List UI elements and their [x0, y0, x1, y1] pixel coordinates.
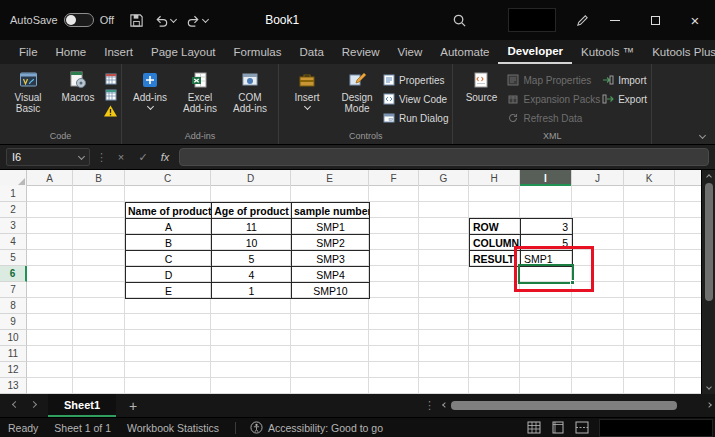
cell-h4-column-label[interactable]: COLUMN [470, 235, 521, 251]
cell-i4-column-value[interactable]: 5 [521, 235, 573, 251]
sheet-bar-menu[interactable]: ⋮ [416, 399, 443, 412]
formula-bar-grip[interactable]: ⋮ [96, 151, 107, 164]
cell-e5[interactable]: SMP3 [292, 251, 370, 267]
tab-home[interactable]: Home [47, 40, 96, 64]
tab-formulas[interactable]: Formulas [225, 40, 291, 64]
row-header-8[interactable]: 8 [0, 298, 27, 314]
row-header-9[interactable]: 9 [0, 314, 27, 330]
save-button[interactable] [124, 7, 149, 33]
workbook-statistics-button[interactable]: Workbook Statistics [127, 422, 219, 434]
com-addins-button[interactable]: COM Add-ins [226, 68, 274, 117]
cell-i3-row-value[interactable]: 3 [521, 219, 573, 235]
cell-e7[interactable]: SMP10 [292, 283, 370, 299]
tab-page-layout[interactable]: Page Layout [142, 40, 225, 64]
select-all-corner[interactable] [0, 170, 27, 186]
undo-button[interactable] [149, 7, 181, 33]
selected-cell-i6[interactable] [518, 264, 574, 284]
insert-function-button[interactable]: fx [157, 151, 173, 163]
confirm-entry-button[interactable]: ✓ [135, 151, 151, 164]
tab-automate[interactable]: Automate [431, 40, 498, 64]
cell-c7[interactable]: E [126, 283, 212, 299]
column-header-i-selected[interactable]: I [520, 170, 572, 186]
scroll-up-arrow[interactable] [706, 174, 712, 180]
redo-button[interactable] [181, 7, 213, 33]
name-box[interactable]: I6 [6, 148, 90, 166]
column-header-h[interactable]: H [469, 170, 520, 186]
row-header-11[interactable]: 11 [0, 346, 27, 362]
spreadsheet-grid[interactable]: A B C D E F G H I J K 1 2 3 4 5 6 7 8 9 [0, 170, 715, 394]
properties-button[interactable]: Properties [383, 72, 448, 88]
sheet-tab-sheet1[interactable]: Sheet1 [48, 394, 116, 417]
scroll-left-arrow[interactable] [442, 402, 448, 408]
cell-e3[interactable]: SMP1 [292, 219, 370, 235]
autosave-switch[interactable] [64, 13, 94, 27]
formula-input[interactable] [179, 148, 709, 166]
row-header-10[interactable]: 10 [0, 330, 27, 346]
cell-d6[interactable]: 4 [212, 267, 292, 283]
tab-review[interactable]: Review [333, 40, 389, 64]
column-header-e[interactable]: E [291, 170, 369, 186]
run-dialog-button[interactable]: Run Dialog [383, 110, 448, 126]
excel-addins-button[interactable]: Excel Add-ins [176, 68, 224, 117]
design-mode-button[interactable]: Design Mode [333, 68, 381, 117]
view-code-button[interactable]: View Code [383, 91, 448, 107]
column-header-f[interactable]: F [369, 170, 419, 186]
new-sheet-button[interactable]: + [122, 394, 144, 417]
row-header-1[interactable]: 1 [0, 186, 27, 202]
cell-d2[interactable]: Age of product [212, 203, 292, 219]
macro-security-icon[interactable] [104, 104, 117, 117]
column-header-b[interactable]: B [73, 170, 125, 186]
minimize-button[interactable] [595, 0, 635, 40]
column-header-d[interactable]: D [211, 170, 291, 186]
cell-c3[interactable]: A [126, 219, 212, 235]
column-header-partial[interactable] [675, 170, 701, 186]
cell-d5[interactable]: 5 [212, 251, 292, 267]
column-header-a[interactable]: A [27, 170, 73, 186]
tab-data[interactable]: Data [291, 40, 333, 64]
cell-h5-result-label[interactable]: RESULT [470, 251, 521, 267]
expansion-packs-button[interactable]: Expansion Packs [507, 91, 600, 107]
import-button[interactable]: Import [602, 72, 647, 88]
cell-e6[interactable]: SMP4 [292, 267, 370, 283]
cell-c5[interactable]: C [126, 251, 212, 267]
page-break-view-icon[interactable] [575, 421, 589, 434]
horizontal-scroll-track[interactable] [451, 400, 703, 412]
vertical-scroll-thumb[interactable] [705, 183, 713, 301]
insert-control-button[interactable]: Insert [283, 68, 331, 112]
search-button[interactable] [447, 7, 472, 33]
tab-kutools-plus[interactable]: Kutools Plus [643, 40, 715, 64]
autosave-toggle[interactable]: AutoSave Off [10, 13, 114, 27]
relative-references-icon[interactable] [104, 88, 117, 101]
row-header-3[interactable]: 3 [0, 218, 27, 234]
visual-basic-button[interactable]: Visual Basic [4, 68, 52, 117]
tab-developer[interactable]: Developer [498, 40, 572, 64]
column-header-k[interactable]: K [624, 170, 675, 186]
addins-button[interactable]: Add-ins [126, 68, 174, 112]
row-header-5[interactable]: 5 [0, 250, 27, 266]
cell-d4[interactable]: 10 [212, 235, 292, 251]
cell-c2[interactable]: Name of product [126, 203, 212, 219]
page-layout-view-icon[interactable] [551, 421, 565, 434]
previous-sheet-arrow[interactable] [6, 394, 24, 417]
column-header-j[interactable]: J [572, 170, 624, 186]
cell-h3-row-label[interactable]: ROW [470, 219, 521, 235]
close-button[interactable]: × [675, 0, 715, 40]
editing-mode-button[interactable] [570, 7, 595, 33]
cell-e2[interactable]: sample number [292, 203, 370, 219]
macros-button[interactable]: Macros [54, 68, 102, 106]
row-header-12[interactable]: 12 [0, 362, 27, 378]
grid-canvas[interactable]: 1 2 3 4 5 6 7 8 9 10 11 12 13 Name of pr… [0, 186, 701, 394]
record-macro-icon[interactable] [104, 72, 117, 85]
tab-insert[interactable]: Insert [95, 40, 142, 64]
cell-d7[interactable]: 1 [212, 283, 292, 299]
collapse-ribbon-caret[interactable] [699, 132, 706, 139]
horizontal-scrollbar[interactable] [443, 400, 715, 412]
row-header-2[interactable]: 2 [0, 202, 27, 218]
horizontal-scroll-thumb[interactable] [451, 401, 677, 410]
refresh-data-button[interactable]: Refresh Data [507, 110, 600, 126]
fill-handle[interactable] [570, 280, 575, 285]
scroll-down-arrow[interactable] [706, 384, 712, 390]
cell-c6[interactable]: D [126, 267, 212, 283]
row-header-4[interactable]: 4 [0, 234, 27, 250]
row-header-6-selected[interactable]: 6 [0, 266, 27, 282]
